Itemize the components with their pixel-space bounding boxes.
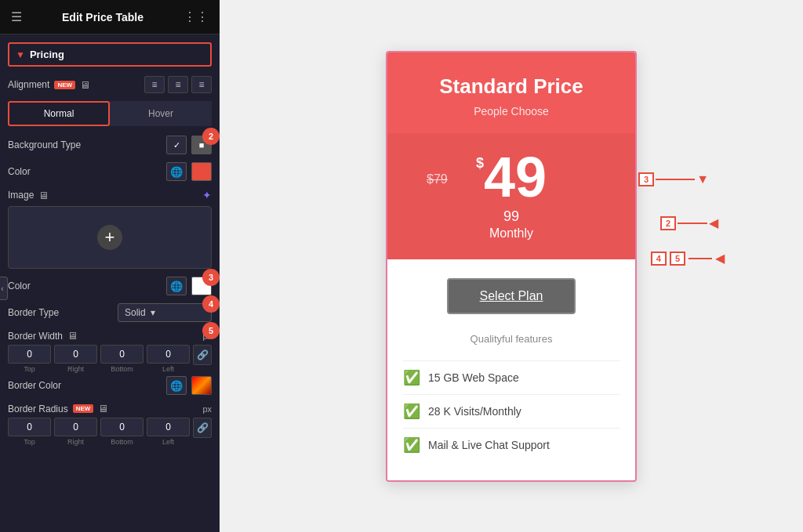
color2-row: Color 🌐 3 — [8, 277, 212, 295]
section-label[interactable]: ▼ Pricing — [8, 42, 212, 67]
radius-bottom-label: Bottom — [111, 438, 133, 446]
image-label: Image 🖥 — [8, 190, 49, 201]
border-left-wrap: Left — [147, 345, 190, 373]
border-width-label: Border Width 🖥 — [8, 330, 78, 342]
ann-line-45 — [689, 258, 712, 259]
annotation-45: 4 5 ◀ — [651, 251, 725, 266]
border-bottom-wrap: Bottom — [100, 345, 144, 373]
color-swatch-red[interactable] — [191, 162, 212, 181]
panel-header-title: Edit Price Table — [62, 11, 144, 24]
image-upload-box[interactable]: + — [8, 206, 212, 269]
radius-right-input[interactable] — [54, 418, 97, 436]
border-color-swatch[interactable] — [191, 376, 212, 395]
panel-content: ▼ Pricing Alignment NEW 🖥 ≡ ≡ ≡ Normal H… — [0, 34, 220, 532]
radius-right-label: Right — [67, 438, 84, 446]
price-old: $79 — [427, 172, 448, 186]
border-width-inputs: Top Right Bottom Left 🔗 — [8, 345, 212, 373]
border-top-input[interactable] — [8, 345, 51, 364]
align-center-btn[interactable]: ≡ — [168, 76, 188, 93]
radius-top-wrap: Top — [8, 418, 51, 446]
border-color-globe-btn[interactable]: 🌐 — [166, 376, 187, 395]
border-right-label: Right — [67, 365, 84, 373]
border-top-label: Top — [24, 365, 35, 373]
border-right-input[interactable] — [54, 345, 97, 364]
border-color-controls: 🌐 — [166, 376, 212, 395]
alignment-buttons: ≡ ≡ ≡ — [144, 76, 212, 93]
align-right-btn[interactable]: ≡ — [191, 76, 212, 93]
card-header: Standard Price People Choose — [387, 52, 635, 133]
select-plan-button[interactable]: Select Plan — [447, 278, 576, 314]
ann-arrow-3: ▼ — [696, 172, 709, 186]
feature-item-2: ✅ 28 K Visits/Monthly — [403, 394, 620, 428]
border-width-row: Border Width 🖥 px 5 — [8, 330, 212, 342]
annotation-3: 3 ▼ — [638, 172, 709, 186]
sparkle-icon[interactable]: ✦ — [202, 189, 212, 201]
ann-arrow-2: ◀ — [709, 215, 718, 230]
align-left-btn[interactable]: ≡ — [144, 76, 165, 93]
border-top-wrap: Top — [8, 345, 51, 373]
hamburger-icon[interactable]: ☰ — [11, 9, 22, 24]
price-main: 49 — [484, 149, 547, 205]
border-right-wrap: Right — [54, 345, 97, 373]
border-type-row: Border Type Solid ▾ 4 — [8, 303, 212, 322]
normal-tab[interactable]: Normal — [8, 101, 110, 126]
panel-header: ☰ Edit Price Table ⋮⋮ — [0, 0, 220, 34]
radius-bottom-wrap: Bottom — [100, 418, 144, 446]
border-left-input[interactable] — [147, 345, 190, 364]
border-width-monitor-icon: 🖥 — [67, 330, 78, 342]
border-color-label: Border Color — [8, 380, 61, 391]
price-currency: $ — [476, 155, 484, 172]
ann-line-3 — [656, 179, 695, 180]
check-icon-3: ✅ — [403, 436, 420, 454]
section-arrow-icon: ▼ — [16, 49, 25, 60]
collapse-handle[interactable]: ‹ — [0, 277, 8, 300]
feature-item-3: ✅ Mail & Live Chat Support — [403, 428, 620, 461]
plus-icon: + — [97, 225, 122, 250]
radius-right-wrap: Right — [54, 418, 97, 446]
ann-arrow-45: ◀ — [715, 251, 725, 266]
radius-left-label: Left — [162, 438, 174, 446]
preview-panel: 3 ▼ 2 ◀ 4 5 ◀ Standard Price People Choo… — [220, 0, 803, 532]
color-label: Color — [8, 166, 31, 177]
border-bottom-label: Bottom — [111, 365, 133, 373]
border-radius-inputs: Top Right Bottom Left 🔗 — [8, 418, 212, 446]
ann-box-4: 4 — [651, 252, 667, 266]
alignment-label: Alignment NEW 🖥 — [8, 79, 90, 91]
price-card: Standard Price People Choose $79 $ 49 99… — [386, 51, 637, 482]
border-link-btn[interactable]: 🔗 — [193, 345, 212, 365]
grid-icon[interactable]: ⋮⋮ — [183, 9, 209, 24]
radius-bottom-input[interactable] — [100, 418, 144, 436]
border-bottom-input[interactable] — [100, 345, 144, 364]
color-row: Color 🌐 — [8, 162, 212, 181]
price-cents: 99 — [403, 208, 620, 225]
color2-label: Color — [8, 280, 31, 291]
feature-text-3: Mail & Live Chat Support — [428, 439, 550, 451]
border-type-select[interactable]: Solid ▾ — [118, 303, 212, 322]
price-period: Monthly — [403, 226, 620, 241]
alignment-row: Alignment NEW 🖥 ≡ ≡ ≡ — [8, 76, 212, 93]
bg-type-label: Background Type — [8, 139, 81, 150]
border-radius-px-label: px — [202, 404, 212, 414]
color2-section: ‹ Color 🌐 3 — [8, 277, 212, 295]
alignment-new-badge: NEW — [54, 81, 75, 89]
radius-link-btn[interactable]: 🔗 — [193, 418, 212, 438]
radius-top-input[interactable] — [8, 418, 51, 436]
feature-item-1: ✅ 15 GB Web Space — [403, 360, 620, 394]
ann-box-2: 2 — [660, 216, 676, 230]
normal-hover-tabs: Normal Hover — [8, 101, 212, 126]
qualityful-text: Qualityful features — [403, 333, 620, 345]
check-icon-1: ✅ — [403, 369, 420, 386]
image-row: Image 🖥 ✦ — [8, 189, 212, 201]
badge-3: 3 — [202, 269, 220, 286]
badge-5: 5 — [202, 322, 220, 339]
background-type-row: Background Type ✓ ■ 2 — [8, 136, 212, 154]
hover-tab[interactable]: Hover — [110, 101, 212, 126]
ann-line-2 — [678, 223, 707, 224]
color-globe-btn[interactable]: 🌐 — [166, 162, 187, 181]
bg-type-flat-btn[interactable]: ✓ — [166, 136, 187, 154]
radius-left-input[interactable] — [147, 418, 190, 436]
border-type-label: Border Type — [8, 307, 59, 318]
feature-text-1: 15 GB Web Space — [428, 371, 519, 384]
color2-globe-btn[interactable]: 🌐 — [166, 277, 187, 295]
border-radius-label: Border Radius NEW 🖥 — [8, 403, 108, 414]
